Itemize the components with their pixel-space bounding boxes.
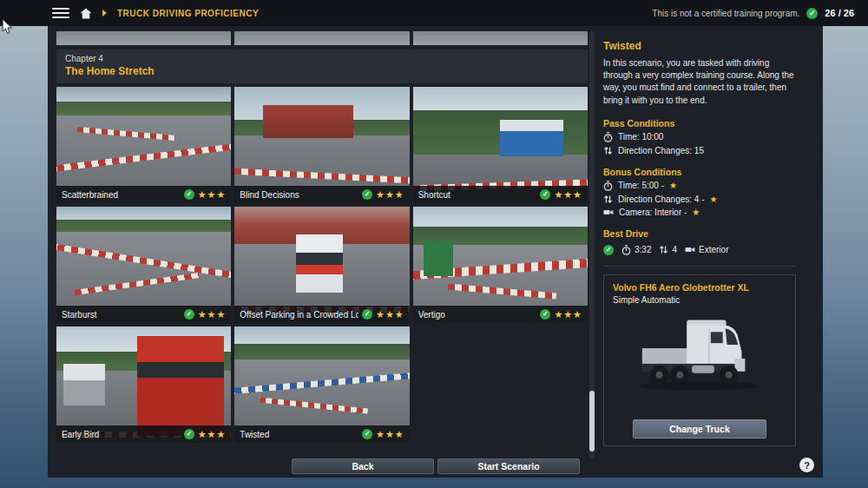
bonus-condition-text: Direction Changes: 4 - xyxy=(618,195,705,204)
scenario-detail-title: Twisted xyxy=(603,40,796,52)
star-rating: ★★★ xyxy=(198,429,227,440)
pass-condition-text: Direction Changes: 15 xyxy=(618,146,704,155)
change-truck-button[interactable]: Change Truck xyxy=(633,419,766,439)
scenario-card-blind-decisions[interactable]: Blind Decisions ✓ ★★★ xyxy=(234,87,409,203)
time-icon xyxy=(603,132,613,142)
completed-check-icon: ✓ xyxy=(184,429,194,439)
bonus-condition-text: Camera: Interior - xyxy=(619,208,687,217)
menu-icon[interactable] xyxy=(52,8,69,18)
bonus-star-icon: ★ xyxy=(669,181,677,190)
scenario-card-offset-parking[interactable]: Offset Parking in a Crowded Lot ✓ ★★★ xyxy=(234,207,409,323)
scenario-card-early-bird[interactable]: Early Bird ✓ ★★★ xyxy=(56,326,231,443)
scenario-description: In this scenario, you are tasked with dr… xyxy=(603,57,796,107)
best-drive-heading: Best Drive xyxy=(603,228,796,239)
scenario-name: Shortcut xyxy=(418,190,537,200)
bonus-condition-text: Time: 5:00 - xyxy=(618,181,664,190)
game-screen: TRUCK DRIVING PROFICIENCY This is not a … xyxy=(0,0,868,488)
scenario-name: Twisted xyxy=(240,430,358,439)
bonus-condition-row: Direction Changes: 4 - ★ xyxy=(603,195,796,204)
home-icon[interactable] xyxy=(80,8,92,19)
scenario-card-scatterbrained[interactable]: Scatterbrained ✓ ★★★ xyxy=(56,87,231,203)
scenario-name: Early Bird xyxy=(62,430,181,439)
scenario-card-partial[interactable] xyxy=(234,31,409,45)
scenario-name: Offset Parking in a Crowded Lot xyxy=(240,310,358,320)
back-button[interactable]: Back xyxy=(292,458,434,474)
bonus-condition-row: Camera: Interior - ★ xyxy=(603,208,796,217)
star-rating: ★★★ xyxy=(376,429,404,440)
chapter-title: The Home Stretch xyxy=(65,65,579,77)
truck-name: Volvo FH6 Aero Globetrotter XL xyxy=(613,282,786,293)
pass-condition-row: Time: 10:00 xyxy=(603,132,796,142)
best-drive-row: ✓ 3:32 4 Exterior xyxy=(603,245,796,255)
scenario-details-panel: Twisted In this scenario, you are tasked… xyxy=(603,40,796,446)
chapter-header: Chapter 4 The Home Stretch xyxy=(56,49,588,83)
completed-check-icon: ✓ xyxy=(184,309,194,320)
completed-check-icon: ✓ xyxy=(540,309,550,320)
scenario-grid: Chapter 4 The Home Stretch Scatterbraine… xyxy=(56,31,588,443)
truck-transmission: Simple Automatic xyxy=(613,295,786,305)
main-panel: Chapter 4 The Home Stretch Scatterbraine… xyxy=(48,26,823,478)
star-rating: ★★★ xyxy=(198,189,227,201)
top-bar: TRUCK DRIVING PROFICIENCY This is not a … xyxy=(0,0,868,26)
breadcrumb[interactable]: TRUCK DRIVING PROFICIENCY xyxy=(117,9,259,18)
scenario-card-vertigo[interactable]: Vertigo ✓ ★★★ xyxy=(413,207,588,323)
previous-row-partial xyxy=(56,31,588,45)
camera-icon xyxy=(685,245,695,254)
time-icon xyxy=(603,181,613,191)
pass-condition-text: Time: 10:00 xyxy=(618,132,663,142)
scenario-namebar: Shortcut ✓ ★★★ xyxy=(413,186,588,203)
camera-icon xyxy=(603,208,614,217)
direction-changes-icon xyxy=(603,195,613,204)
scenario-name: Vertigo xyxy=(418,310,537,320)
scenario-card-starburst[interactable]: Starburst ✓ ★★★ xyxy=(56,207,231,323)
scenario-card-shortcut[interactable]: Shortcut ✓ ★★★ xyxy=(413,87,588,203)
chapter-label: Chapter 4 xyxy=(65,54,579,63)
completed-check-icon: ✓ xyxy=(184,189,194,200)
best-time: 3:32 xyxy=(635,245,651,254)
bonus-condition-row: Time: 5:00 - ★ xyxy=(603,181,796,191)
scenario-namebar: Offset Parking in a Crowded Lot ✓ ★★★ xyxy=(234,306,409,323)
scenario-namebar: Early Bird ✓ ★★★ xyxy=(56,425,231,443)
section-divider xyxy=(603,266,796,267)
star-rating: ★★★ xyxy=(376,189,404,201)
scenario-scrollbar[interactable] xyxy=(589,31,595,458)
scenario-namebar: Starburst ✓ ★★★ xyxy=(56,306,231,323)
direction-changes-icon xyxy=(603,146,613,155)
completed-check-icon: ✓ xyxy=(362,189,372,200)
breadcrumb-arrow-icon xyxy=(102,10,107,16)
scenario-namebar: Twisted ✓ ★★★ xyxy=(234,425,409,443)
star-rating: ★★★ xyxy=(376,309,404,320)
help-button[interactable]: ? xyxy=(799,458,814,472)
scenario-name: Scatterbrained xyxy=(62,190,181,200)
bonus-conditions-heading: Bonus Conditions xyxy=(603,167,796,177)
best-direction-changes: 4 xyxy=(672,245,677,254)
scenario-card-twisted[interactable]: Twisted ✓ ★★★ xyxy=(234,326,409,443)
bonus-star-icon: ★ xyxy=(710,195,718,204)
direction-changes-icon xyxy=(659,245,668,254)
completed-check-icon: ✓ xyxy=(362,429,372,439)
pass-condition-row: Direction Changes: 15 xyxy=(603,146,796,155)
scenario-card-partial[interactable] xyxy=(56,31,231,45)
scrollbar-thumb[interactable] xyxy=(589,391,595,452)
truck-panel: Volvo FH6 Aero Globetrotter XL Simple Au… xyxy=(603,274,796,446)
best-camera: Exterior xyxy=(699,245,728,254)
truck-image xyxy=(627,310,773,397)
disclaimer-text: This is not a certified training program… xyxy=(652,9,799,18)
star-rating: ★★★ xyxy=(198,309,227,320)
scenario-namebar: Vertigo ✓ ★★★ xyxy=(413,306,588,323)
start-scenario-button[interactable]: Start Scenario xyxy=(437,458,580,474)
pass-conditions-heading: Pass Conditions xyxy=(603,118,796,129)
scenario-name: Starburst xyxy=(62,310,181,320)
star-rating: ★★★ xyxy=(554,189,582,201)
bonus-star-icon: ★ xyxy=(692,208,700,217)
star-rating: ★★★ xyxy=(554,309,582,320)
scenario-name: Blind Decisions xyxy=(240,190,358,200)
completed-check-icon: ✓ xyxy=(540,189,550,200)
best-drive-check-icon: ✓ xyxy=(603,245,614,255)
progress-count: 26 / 26 xyxy=(825,8,854,18)
scenario-namebar: Scatterbrained ✓ ★★★ xyxy=(56,186,231,203)
progress-check-icon: ✓ xyxy=(806,8,818,19)
time-icon xyxy=(621,245,631,255)
completed-check-icon: ✓ xyxy=(362,309,372,320)
scenario-card-partial[interactable] xyxy=(413,31,588,45)
